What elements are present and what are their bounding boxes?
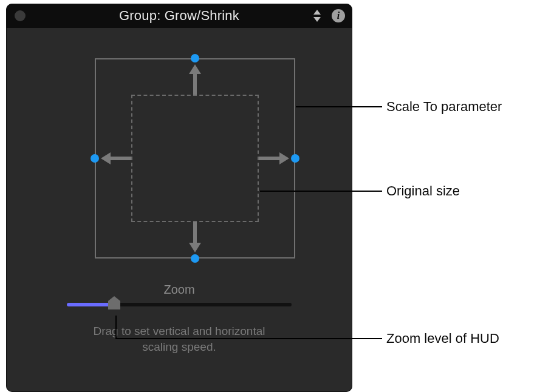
hint-line1: Drag to set vertical and horizontal bbox=[93, 325, 265, 337]
stepper-icon[interactable] bbox=[313, 10, 321, 22]
callout-line bbox=[260, 191, 382, 192]
arrow-left-icon bbox=[101, 151, 131, 166]
svg-marker-10 bbox=[108, 296, 120, 309]
handle-left[interactable] bbox=[91, 154, 99, 163]
handle-top[interactable] bbox=[191, 54, 199, 63]
hint-line2: scaling speed. bbox=[142, 340, 216, 353]
callout-line bbox=[296, 106, 382, 107]
hud-header: Group: Grow/Shrink i bbox=[6, 4, 352, 28]
hud-panel: Group: Grow/Shrink i bbox=[6, 4, 352, 392]
zoom-slider-fill bbox=[67, 303, 114, 306]
hud-title[interactable]: Group: Grow/Shrink bbox=[6, 8, 352, 24]
arrow-up-icon bbox=[188, 64, 202, 95]
handle-bottom[interactable] bbox=[191, 254, 199, 263]
handle-right[interactable] bbox=[291, 154, 299, 163]
callout-scale-to: Scale To parameter bbox=[386, 99, 502, 115]
close-dot[interactable] bbox=[15, 10, 26, 21]
svg-marker-1 bbox=[313, 17, 321, 22]
original-size-box bbox=[131, 95, 259, 222]
scale-canvas[interactable] bbox=[6, 28, 352, 283]
arrow-right-icon bbox=[259, 151, 289, 166]
zoom-slider[interactable] bbox=[67, 303, 292, 306]
callout-line bbox=[115, 338, 382, 339]
svg-marker-5 bbox=[189, 243, 201, 252]
svg-marker-9 bbox=[279, 152, 289, 164]
callout-line-v bbox=[115, 316, 117, 338]
svg-marker-0 bbox=[313, 10, 321, 15]
zoom-section: Zoom Drag to set vertical and horizontal… bbox=[6, 283, 352, 354]
zoom-hint: Drag to set vertical and horizontal scal… bbox=[6, 323, 352, 354]
info-icon[interactable]: i bbox=[332, 9, 345, 22]
arrow-down-icon bbox=[188, 222, 202, 252]
svg-marker-3 bbox=[189, 64, 201, 74]
callout-zoom-level: Zoom level of HUD bbox=[386, 331, 499, 346]
zoom-label: Zoom bbox=[6, 283, 352, 297]
svg-marker-7 bbox=[101, 152, 111, 164]
callout-original-size: Original size bbox=[386, 183, 460, 199]
